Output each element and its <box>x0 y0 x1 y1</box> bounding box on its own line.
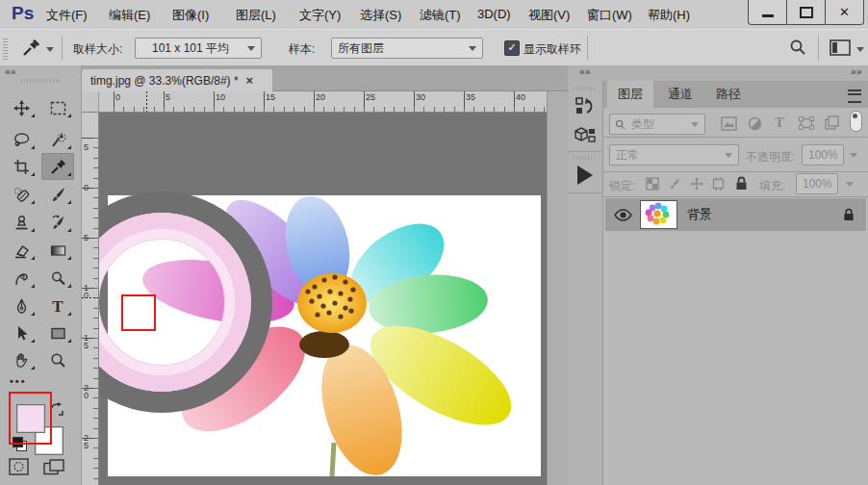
tool-marquee[interactable] <box>41 94 74 121</box>
fill-input[interactable]: 100% <box>796 173 838 194</box>
menu-view[interactable]: 视图(V) <box>528 7 570 24</box>
tool-pen[interactable] <box>5 293 38 319</box>
tool-hand[interactable] <box>5 346 38 373</box>
lock-all-icon[interactable] <box>735 176 748 191</box>
vertical-scrollbar[interactable] <box>547 91 568 485</box>
tool-smudge[interactable] <box>5 265 38 292</box>
screen-mode-icon[interactable] <box>43 459 65 475</box>
opacity-chevron-icon[interactable] <box>850 153 857 158</box>
tool-zoom[interactable] <box>41 346 74 373</box>
show-ring-label: 显示取样环 <box>523 41 581 58</box>
tool-preset-chevron-icon[interactable] <box>46 47 54 52</box>
panel-menu-icon[interactable] <box>848 89 861 103</box>
quick-mask-icon[interactable] <box>9 458 29 475</box>
menu-file[interactable]: 文件(F) <box>46 7 88 24</box>
layer-thumbnail[interactable] <box>640 200 677 229</box>
menu-select[interactable]: 选择(S) <box>360 7 401 24</box>
sample-size-value: 101 x 101 平均 <box>136 40 245 57</box>
menu-window[interactable]: 窗口(W) <box>587 7 632 24</box>
swap-colors-icon[interactable] <box>50 402 65 418</box>
opacity-input[interactable]: 100% <box>802 144 844 166</box>
tool-shape[interactable] <box>41 319 74 346</box>
search-icon[interactable] <box>789 38 806 56</box>
tool-move[interactable] <box>5 94 38 121</box>
blend-mode-select[interactable]: 正常 <box>609 144 739 166</box>
tool-clone-stamp[interactable] <box>5 209 38 236</box>
smart-object-filter-icon[interactable] <box>825 115 839 130</box>
layer-filter-select[interactable]: 类型 <box>609 114 705 135</box>
menu-edit[interactable]: 编辑(E) <box>109 7 150 24</box>
menu-bar: Ps 文件(F) 编辑(E) 图像(I) 图层(L) 文字(Y) 选择(S) 滤… <box>0 0 868 29</box>
tool-type[interactable]: T <box>41 293 74 319</box>
collapse-toolbar-icon[interactable]: « <box>5 66 9 77</box>
filter-type-label: 类型 <box>625 116 689 133</box>
tab-paths[interactable]: 路径 <box>707 81 750 108</box>
lock-transparency-icon[interactable] <box>646 177 659 191</box>
close-button[interactable]: ✕ <box>825 0 864 25</box>
filter-toggle[interactable] <box>850 111 862 132</box>
tool-dodge[interactable] <box>41 265 74 292</box>
horizontal-ruler[interactable]: 0 5 10 15 20 25 30 35 40 <box>99 91 547 113</box>
tab-close-icon[interactable]: × <box>246 73 254 88</box>
menu-layer[interactable]: 图层(L) <box>236 7 276 24</box>
menu-help[interactable]: 帮助(H) <box>648 7 690 24</box>
actions-play-icon[interactable] <box>577 166 593 185</box>
type-filter-icon[interactable]: T <box>775 115 784 131</box>
adjustment-filter-icon[interactable] <box>748 116 762 131</box>
eyedropper-icon[interactable] <box>21 38 40 58</box>
lock-paint-icon[interactable] <box>668 177 681 191</box>
menu-image[interactable]: 图像(I) <box>172 7 209 24</box>
layer-name: 背景 <box>687 206 843 223</box>
collapse-dock-icon[interactable]: » <box>851 66 855 77</box>
tool-lasso[interactable] <box>5 126 38 153</box>
pixel-filter-icon[interactable] <box>721 116 737 131</box>
menu-filter[interactable]: 滤镜(T) <box>420 7 461 24</box>
eye-icon[interactable] <box>614 209 632 221</box>
shape-filter-icon[interactable] <box>799 116 814 130</box>
tool-eraser[interactable] <box>5 237 38 264</box>
tool-spot-healing[interactable] <box>5 181 38 208</box>
document-tab[interactable]: timg.jpg @ 33.3%(RGB/8#) * × <box>82 69 272 91</box>
vertical-ruler[interactable]: 5 0 5 10 15 20 25 <box>82 113 99 485</box>
options-grip[interactable] <box>3 37 8 60</box>
minimize-button[interactable] <box>748 0 787 25</box>
edit-toolbar-dots[interactable]: ••• <box>10 375 27 387</box>
workspace-chevron-icon[interactable] <box>856 47 864 52</box>
menu-type[interactable]: 文字(Y) <box>299 7 341 24</box>
fill-value: 100% <box>797 177 837 191</box>
tool-crop[interactable] <box>5 153 38 180</box>
expand-dock-icon[interactable]: « <box>579 66 583 77</box>
chevron-down-icon <box>247 46 255 51</box>
toolbar-grip[interactable] <box>21 79 60 83</box>
menu-3d[interactable]: 3D(D) <box>477 7 511 21</box>
ruler-num: 25 <box>366 92 375 102</box>
tool-history-brush[interactable] <box>41 209 74 236</box>
tool-path-selection[interactable] <box>5 319 38 346</box>
dock-grip[interactable] <box>574 156 597 160</box>
properties-panel-icon[interactable] <box>574 125 596 146</box>
dock-header: «« »» <box>568 65 868 81</box>
tool-gradient[interactable] <box>41 237 74 264</box>
tab-channels[interactable]: 通道 <box>657 81 703 108</box>
cursor-position-marker <box>82 297 99 298</box>
document-title: timg.jpg @ 33.3%(RGB/8#) * <box>82 74 239 88</box>
dock-grip[interactable] <box>574 87 597 90</box>
sample-select[interactable]: 所有图层 <box>331 38 483 59</box>
tool-quick-selection[interactable] <box>41 126 74 153</box>
lock-artboard-icon[interactable] <box>711 177 726 191</box>
cursor-position-marker <box>146 91 147 113</box>
workspace-icon[interactable] <box>830 39 851 56</box>
tool-brush[interactable] <box>41 181 74 208</box>
tool-eyedropper[interactable] <box>41 153 74 180</box>
lock-move-icon[interactable] <box>690 177 703 191</box>
layer-lock-icon <box>843 208 855 221</box>
canvas-pasteboard[interactable] <box>99 113 547 485</box>
tab-layers[interactable]: 图层 <box>607 81 653 108</box>
show-ring-checkbox[interactable]: ✓ <box>504 40 520 56</box>
history-panel-icon[interactable] <box>574 95 596 116</box>
fill-chevron-icon[interactable] <box>846 182 854 187</box>
sample-size-select[interactable]: 101 x 101 平均 <box>135 38 262 59</box>
search-icon <box>615 119 625 130</box>
layer-row-background[interactable]: 背景 <box>605 198 866 231</box>
maximize-button[interactable] <box>786 0 826 25</box>
